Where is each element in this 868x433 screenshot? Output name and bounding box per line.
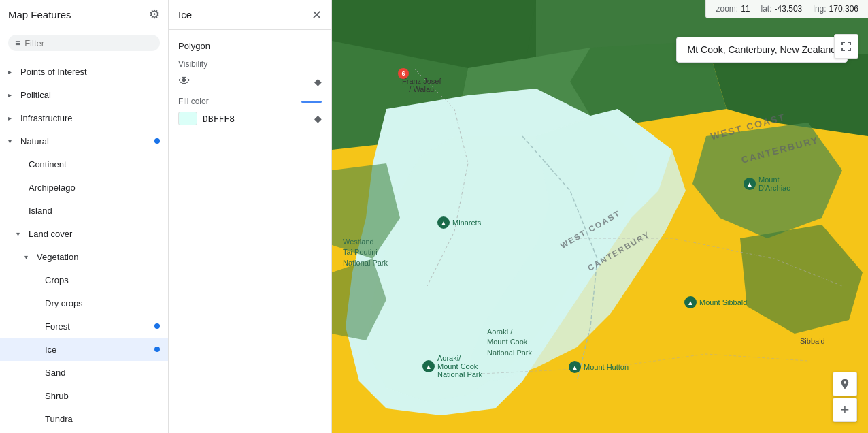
lng-label: lng: <box>813 4 826 14</box>
sidebar-item-label: Dry crops <box>45 298 160 308</box>
franz-josef-marker: 6 <box>398 68 409 79</box>
map-area[interactable]: zoom: 11 lat: -43.503 lng: 170.306 Mt Co… <box>332 0 868 433</box>
zoom-in-button[interactable]: + <box>833 398 857 422</box>
panel-title: Map Features <box>8 9 71 20</box>
sidebar-item-island[interactable]: Island <box>0 199 168 222</box>
sidebar-item-natural[interactable]: ▾ Natural <box>0 129 168 153</box>
map-controls: + <box>833 372 857 422</box>
arrow-icon: ▾ <box>16 230 24 238</box>
panel-header: Map Features ⚙ <box>0 0 168 29</box>
lat-display: lat: -43.503 <box>761 4 803 14</box>
lat-value: -43.503 <box>775 4 803 14</box>
sidebar-item-label: Points of Interest <box>20 67 160 77</box>
fullscreen-button[interactable] <box>834 34 858 59</box>
sidebar-item-points-of-interest[interactable]: ▸ Points of Interest <box>0 60 168 83</box>
sidebar-item-label: Continent <box>29 159 160 170</box>
lng-value: 170.306 <box>829 4 858 14</box>
zoom-label: zoom: <box>716 4 738 14</box>
lng-display: lng: 170.306 <box>813 4 858 14</box>
sidebar-item-shrub[interactable]: Shrub <box>0 384 168 407</box>
middle-panel: Ice ✕ Polygon Visibility 👁 ◆ Fill color … <box>169 0 332 433</box>
sidebar-item-label: Tundra <box>45 414 160 424</box>
filter-icon: ≡ <box>15 37 20 48</box>
sidebar-item-label: Archipelago <box>29 182 160 193</box>
close-button[interactable]: ✕ <box>312 7 322 22</box>
zoom-value: 11 <box>741 4 750 14</box>
sidebar-item-label: Land cover <box>29 229 160 239</box>
middle-title: Ice <box>178 9 192 20</box>
sidebar-item-label: Vegetation <box>37 252 160 262</box>
zoom-display: zoom: 11 <box>716 4 750 14</box>
visibility-label: Visibility <box>178 59 322 69</box>
nav-tree: ▸ Points of Interest ▸ Political ▸ Infra… <box>0 57 168 433</box>
sidebar-item-water[interactable]: ▸ Water <box>0 430 168 433</box>
sidebar-item-crops[interactable]: Crops <box>0 268 168 291</box>
sidebar-item-label: Crops <box>45 275 160 285</box>
filter-input-wrap: ≡ <box>8 35 160 51</box>
property-type: Polygon <box>178 41 322 51</box>
location-tooltip-text: Mt Cook, Canterbury, New Zealand <box>688 44 836 55</box>
color-swatch-row: DBFFF8 ◆ <box>178 112 322 125</box>
location-button[interactable] <box>833 372 857 396</box>
sidebar-item-label: Sand <box>45 368 160 378</box>
westland-label: WestlandTai PoutiniNational Park <box>343 237 388 268</box>
map-coordinate-bar: zoom: 11 lat: -43.503 lng: 170.306 <box>705 0 868 18</box>
sidebar-item-forest[interactable]: Forest <box>0 315 168 338</box>
sidebar-item-infrastructure[interactable]: ▸ Infrastructure <box>0 106 168 129</box>
fill-color-label: Fill color <box>178 97 209 106</box>
visibility-row: 👁 ◆ <box>178 74 322 89</box>
color-swatch[interactable] <box>178 112 197 125</box>
sidebar-item-political[interactable]: ▸ Political <box>0 83 168 106</box>
middle-header: Ice ✕ <box>169 0 331 30</box>
sidebar-item-dry-crops[interactable]: Dry crops <box>0 291 168 315</box>
sidebar-item-label: Shrub <box>45 391 160 401</box>
sidebar-item-label: Ice <box>45 344 152 355</box>
map-svg <box>332 0 868 433</box>
arrow-icon: ▸ <box>8 114 16 122</box>
sidebar-item-label: Political <box>20 90 160 100</box>
arrow-icon: ▾ <box>24 253 33 261</box>
filter-bar: ≡ <box>0 29 168 57</box>
sidebar-item-land-cover[interactable]: ▾ Land cover <box>0 222 168 245</box>
lat-label: lat: <box>761 4 772 14</box>
sidebar-item-continent[interactable]: Continent <box>0 153 168 176</box>
fill-diamond-icon[interactable]: ◆ <box>314 113 322 124</box>
property-section: Polygon Visibility 👁 ◆ Fill color DBFFF8… <box>169 30 331 133</box>
color-line-indicator <box>301 101 322 103</box>
eye-icon[interactable]: 👁 <box>178 74 190 89</box>
arrow-icon: ▸ <box>8 68 16 76</box>
sidebar-item-label: Natural <box>20 136 152 146</box>
filter-input[interactable] <box>24 38 153 48</box>
left-panel: Map Features ⚙ ≡ ▸ Points of Interest ▸ … <box>0 0 169 433</box>
arrow-icon: ▸ <box>8 91 16 99</box>
active-dot <box>154 323 160 329</box>
aoraki1-label: Aoraki /Mount CookNational Park <box>487 327 532 358</box>
sidebar-item-label: Forest <box>45 321 152 332</box>
gear-icon[interactable]: ⚙ <box>149 7 160 22</box>
active-dot <box>154 347 160 352</box>
sibbald-label: Sibbald <box>800 337 825 345</box>
sidebar-item-label: Island <box>29 206 160 216</box>
sidebar-item-ice[interactable]: Ice <box>0 338 168 361</box>
sidebar-item-sand[interactable]: Sand <box>0 361 168 384</box>
sidebar-item-label: Infrastructure <box>20 113 160 123</box>
diamond-icon[interactable]: ◆ <box>314 76 322 87</box>
active-dot <box>154 138 160 144</box>
color-hex-value: DBFFF8 <box>203 114 235 124</box>
arrow-icon: ▾ <box>8 138 16 145</box>
sidebar-item-vegetation[interactable]: ▾ Vegetation <box>0 245 168 268</box>
location-tooltip: Mt Cook, Canterbury, New Zealand <box>676 37 848 63</box>
sidebar-item-archipelago[interactable]: Archipelago <box>0 176 168 199</box>
sidebar-item-tundra[interactable]: Tundra <box>0 407 168 430</box>
